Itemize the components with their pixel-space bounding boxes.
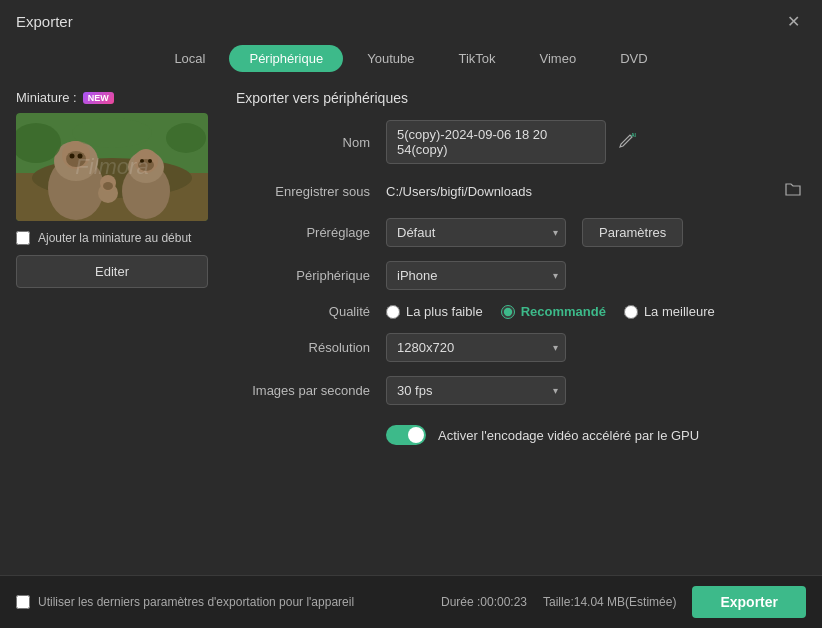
gpu-control: Activer l'encodage vidéo accéléré par le… [386, 419, 806, 445]
resolution-select[interactable]: 1280x720 1920x1080 720x480 640x360 [386, 333, 566, 362]
preréglage-row: Préréglage Défaut Haute qualité Basse qu… [236, 218, 806, 247]
export-window: Exporter ✕ Local Périphérique Youtube Ti… [0, 0, 822, 628]
peripherique-control: iPhone iPad Samsung Galaxy Android Apple… [386, 261, 806, 290]
tab-peripherique[interactable]: Périphérique [229, 45, 343, 72]
gpu-toggle[interactable] [386, 425, 426, 445]
save-path-control: C:/Users/bigfi/Downloads [386, 178, 806, 204]
tab-tiktok[interactable]: TikTok [438, 45, 515, 72]
footer-left: Utiliser les derniers paramètres d'expor… [16, 595, 354, 609]
qualite-label: Qualité [236, 304, 386, 319]
resolution-control: 1280x720 1920x1080 720x480 640x360 ▾ [386, 333, 806, 362]
svg-point-8 [78, 154, 83, 159]
resolution-select-wrap: 1280x720 1920x1080 720x480 640x360 ▾ [386, 333, 566, 362]
left-panel: Miniature : NEW [16, 82, 216, 575]
browse-folder-button[interactable] [780, 178, 806, 204]
resolution-label: Résolution [236, 340, 386, 355]
quality-best-radio[interactable] [624, 305, 638, 319]
right-panel: Exporter vers périphériques Nom 5(copy)-… [236, 82, 806, 575]
nom-row: Nom 5(copy)-2024-09-06 18 20 54(copy) AI [236, 120, 806, 164]
thumbnail-label-text: Miniature : [16, 90, 77, 105]
fps-control: 30 fps 60 fps 24 fps 25 fps ▾ [386, 376, 806, 405]
peripherique-select[interactable]: iPhone iPad Samsung Galaxy Android Apple… [386, 261, 566, 290]
quality-low-label: La plus faible [406, 304, 483, 319]
peripherique-select-wrap: iPhone iPad Samsung Galaxy Android Apple… [386, 261, 566, 290]
preréglage-select-wrap: Défaut Haute qualité Basse qualité ▾ [386, 218, 566, 247]
thumbnail-svg [16, 113, 208, 221]
window-title: Exporter [16, 13, 73, 30]
params-button[interactable]: Paramètres [582, 218, 683, 247]
fps-row: Images par seconde 30 fps 60 fps 24 fps … [236, 376, 806, 405]
quality-low-radio[interactable] [386, 305, 400, 319]
quality-recommended-label: Recommandé [521, 304, 606, 319]
footer-right: Durée :00:00:23 Taille:14.04 MB(Estimée)… [441, 586, 806, 618]
tab-local[interactable]: Local [154, 45, 225, 72]
svg-text:AI: AI [631, 132, 636, 138]
quality-best-option[interactable]: La meilleure [624, 304, 715, 319]
duration-label: Durée :00:00:23 [441, 595, 527, 609]
last-params-checkbox[interactable] [16, 595, 30, 609]
peripherique-label: Périphérique [236, 268, 386, 283]
gpu-row: Activer l'encodage vidéo accéléré par le… [236, 419, 806, 445]
ai-edit-icon: AI [618, 131, 636, 149]
preréglage-select[interactable]: Défaut Haute qualité Basse qualité [386, 218, 566, 247]
add-thumbnail-label[interactable]: Ajouter la miniature au début [38, 231, 191, 245]
quality-recommended-radio[interactable] [501, 305, 515, 319]
save-path-label: Enregistrer sous [236, 184, 386, 199]
preréglage-control: Défaut Haute qualité Basse qualité ▾ Par… [386, 218, 806, 247]
quality-options: La plus faible Recommandé La meilleure [386, 304, 715, 319]
close-button[interactable]: ✕ [781, 10, 806, 33]
peripherique-row: Périphérique iPhone iPad Samsung Galaxy … [236, 261, 806, 290]
nom-control: 5(copy)-2024-09-06 18 20 54(copy) AI [386, 120, 806, 164]
edit-button[interactable]: Editer [16, 255, 208, 288]
svg-point-7 [70, 154, 75, 159]
section-title: Exporter vers périphériques [236, 90, 806, 106]
save-path-value: C:/Users/bigfi/Downloads [386, 184, 772, 199]
folder-icon [784, 180, 802, 198]
quality-best-label: La meilleure [644, 304, 715, 319]
svg-point-20 [72, 118, 152, 148]
thumbnail-label-row: Miniature : NEW [16, 90, 216, 105]
gpu-toggle-label: Activer l'encodage vidéo accéléré par le… [438, 428, 699, 443]
footer: Utiliser les derniers paramètres d'expor… [0, 575, 822, 628]
export-button[interactable]: Exporter [692, 586, 806, 618]
svg-point-13 [140, 159, 144, 163]
edit-name-icon[interactable]: AI [614, 129, 640, 155]
quality-low-option[interactable]: La plus faible [386, 304, 483, 319]
qualite-row: Qualité La plus faible Recommandé [236, 304, 806, 319]
titlebar: Exporter ✕ [0, 0, 822, 39]
qualite-control: La plus faible Recommandé La meilleure [386, 304, 806, 319]
tab-bar: Local Périphérique Youtube TikTok Vimeo … [0, 39, 822, 82]
last-params-label[interactable]: Utiliser les derniers paramètres d'expor… [38, 595, 354, 609]
svg-point-6 [66, 151, 86, 167]
fps-select[interactable]: 30 fps 60 fps 24 fps 25 fps [386, 376, 566, 405]
preréglage-label: Préréglage [236, 225, 386, 240]
tab-vimeo[interactable]: Vimeo [520, 45, 597, 72]
tab-youtube[interactable]: Youtube [347, 45, 434, 72]
thumbnail-image: Filmora [16, 113, 208, 221]
new-badge: NEW [83, 92, 114, 104]
svg-point-14 [148, 159, 152, 163]
fps-select-wrap: 30 fps 60 fps 24 fps 25 fps ▾ [386, 376, 566, 405]
nom-label: Nom [236, 135, 386, 150]
fps-label: Images par seconde [236, 383, 386, 398]
svg-point-19 [166, 123, 206, 153]
tab-dvd[interactable]: DVD [600, 45, 667, 72]
svg-point-17 [103, 182, 113, 190]
save-path-row: Enregistrer sous C:/Users/bigfi/Download… [236, 178, 806, 204]
add-thumbnail-checkbox[interactable] [16, 231, 30, 245]
size-label: Taille:14.04 MB(Estimée) [543, 595, 676, 609]
quality-recommended-option[interactable]: Recommandé [501, 304, 606, 319]
resolution-row: Résolution 1280x720 1920x1080 720x480 64… [236, 333, 806, 362]
gpu-toggle-row: Activer l'encodage vidéo accéléré par le… [386, 425, 699, 445]
thumbnail-checkbox-row: Ajouter la miniature au début [16, 231, 216, 245]
main-content: Miniature : NEW [0, 82, 822, 575]
toggle-knob [408, 427, 424, 443]
nom-value[interactable]: 5(copy)-2024-09-06 18 20 54(copy) [386, 120, 606, 164]
